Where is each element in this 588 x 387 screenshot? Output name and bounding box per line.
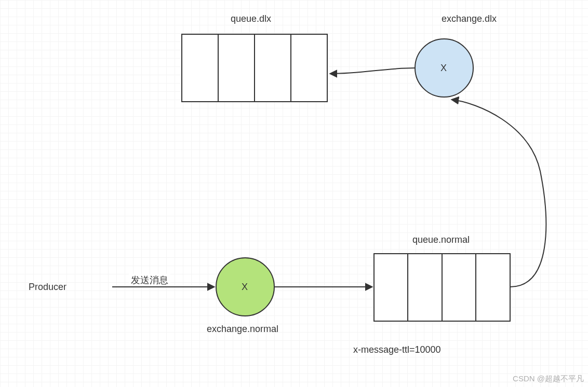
queue-normal-label: queue.normal	[412, 234, 470, 245]
exchange-dlx-label: exchange.dlx	[442, 13, 497, 24]
queue-dlx-label: queue.dlx	[231, 13, 271, 24]
diagram-svg	[0, 0, 588, 387]
send-message-label: 发送消息	[129, 274, 170, 286]
arrow-dlx-to-queue	[330, 68, 415, 74]
exchange-dlx-symbol: X	[440, 63, 447, 74]
watermark: CSDN @超越不平凡	[513, 374, 584, 384]
queue-normal	[374, 254, 510, 321]
queue-normal-ttl: x-message-ttl=10000	[353, 344, 441, 355]
exchange-normal-symbol: X	[242, 282, 248, 293]
exchange-normal-label: exchange.normal	[207, 324, 278, 335]
producer-label: Producer	[29, 282, 66, 293]
queue-dlx	[182, 34, 327, 102]
